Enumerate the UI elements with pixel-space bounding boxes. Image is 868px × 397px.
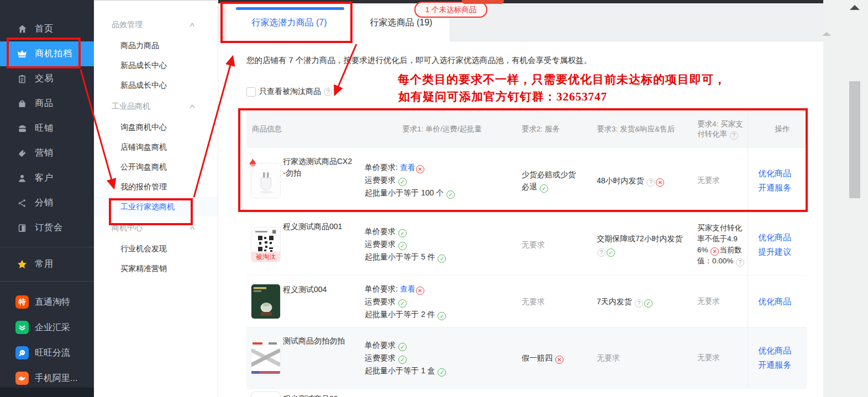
product-info-cell: 程义测试商品00	[246, 389, 358, 397]
annotation-note-line1: 每个类目的要求不一样，只需要优化目前未达标的项目即可，	[398, 72, 726, 87]
star-icon	[17, 259, 28, 270]
column-header: 要求3: 发货&响应&售后	[596, 110, 695, 148]
fail-icon: ✕	[555, 356, 564, 364]
submenu-item[interactable]: 我的报价管理	[94, 177, 218, 197]
suggestion-link[interactable]: 提升建议	[758, 245, 807, 259]
help-icon[interactable]: ?	[597, 248, 606, 257]
sidebar-app-taote[interactable]: 特直通淘特	[0, 289, 94, 315]
tab-potential-products[interactable]: 行家选潜力商品 (7)	[227, 4, 352, 41]
sidebar-divider	[0, 247, 94, 247]
optimize-product-link[interactable]: 优化商品	[758, 343, 807, 358]
sidebar-item-door[interactable]: 订货会	[0, 215, 94, 240]
filter-label: 只查看被淘汰商品	[259, 87, 321, 97]
hot-badge-icon: HOT	[248, 158, 257, 170]
view-link[interactable]: 查看	[400, 163, 415, 172]
submenu-item[interactable]: 工业行家选商机	[94, 197, 218, 216]
help-icon[interactable]: ?	[646, 178, 655, 187]
req-text: 单价要求:	[365, 284, 400, 293]
pass-icon: ✓	[644, 299, 653, 308]
fail-icon: ✕	[711, 247, 719, 256]
huicai-app-icon	[15, 321, 29, 334]
content-scroll-up-icon[interactable]	[822, 32, 831, 36]
door-icon	[17, 223, 28, 234]
tab-bar: 行家选潜力商品 (7) 行家选商品 (19)	[218, 3, 823, 41]
optimize-product-link[interactable]: 优化商品	[758, 166, 807, 181]
view-link[interactable]: 查看	[400, 284, 415, 293]
sidebar-item-label: 商机拍档	[35, 48, 72, 60]
submenu-item[interactable]: 新品成长中心	[94, 75, 218, 95]
req-content: 买家支付转化率不低于4.96% ✕当前数值：0.00% ?	[697, 223, 748, 267]
table-row: 测试商品勿拍勿拍单价要求 ✓运费要求 ✓起批量小于等于 1 盒 ✓假一赔四 ✕无…	[246, 327, 807, 389]
product-title: 程义测试商品00	[283, 393, 354, 397]
annotation-bubble-text: 1 个未达标商品	[425, 5, 476, 15]
sidebar-item-shop[interactable]: 旺铺	[0, 116, 94, 141]
req-text: 无要求	[522, 240, 545, 249]
open-service-link[interactable]: 开通服务	[758, 181, 807, 195]
products-table: 商品信息要求1: 单价/运费/起批量要求2: 服务要求3: 发货&响应&售后要求…	[246, 110, 807, 397]
req3-cell: 7天内发货 ?✓	[596, 276, 695, 327]
submenu-item[interactable]: 买家精准营销	[94, 258, 218, 278]
product-title: 行家选测试商品CX2-勿拍	[283, 156, 354, 179]
submenu-item[interactable]: 商品力商品	[94, 35, 218, 55]
sidebar-item-home[interactable]: 首页	[0, 17, 94, 41]
submenu-section-title[interactable]: 商机中心∧	[94, 216, 218, 239]
pass-icon: ✓	[438, 368, 446, 377]
submenu-item[interactable]: 公开询盘商机	[94, 157, 218, 177]
sidebar-item-share[interactable]: 分销	[0, 190, 94, 215]
bag-icon	[17, 98, 28, 109]
req-line: 运费要求 ✓	[365, 174, 519, 187]
open-service-link[interactable]: 开通服务	[758, 358, 807, 372]
eliminated-badge: 被淘汰	[251, 252, 280, 262]
req1-cell: 单价要求 ✓运费要求 ✓起批量小于等于 5 件 ✓	[358, 213, 519, 276]
req-text: 单价要求	[365, 341, 398, 350]
submenu-section-title[interactable]: 品效管理∧	[94, 13, 218, 35]
sidebar-item-user[interactable]: 客户	[0, 166, 94, 190]
sidebar-app-label: 直通淘特	[35, 297, 70, 308]
help-icon[interactable]: ?	[324, 88, 332, 96]
help-icon[interactable]: ?	[635, 299, 643, 308]
submenu-item[interactable]: 行业机会发现	[94, 239, 218, 258]
req1-cell: 单价要求 ✓运费要求 ✓起批量小于等于 1 盒 ✓	[358, 327, 519, 388]
chevron-up-icon: ∧	[189, 216, 196, 239]
req-content: 无要求	[522, 295, 577, 308]
req1-cell: 单价要求: 查看✕运费要求 ✓起批量小于等于 100 个 ✓	[358, 148, 519, 213]
sidebar-item-pinned[interactable]: 常用	[0, 252, 94, 277]
table-header: 商品信息要求1: 单价/运费/起批量要求2: 服务要求3: 发货&响应&售后要求…	[246, 110, 807, 148]
actions-cell: 优化商品开通服务	[748, 148, 807, 213]
wangwang-app-icon	[15, 346, 29, 359]
req-text: 起批量小于等于 1 盒	[365, 366, 437, 375]
svg-text:HOT: HOT	[250, 163, 256, 166]
req-text: 无要求	[597, 353, 620, 362]
submenu-item[interactable]: 询盘商机中心	[94, 117, 218, 137]
optimize-product-link[interactable]: 优化商品	[758, 230, 807, 245]
req-text: 起批量小于等于 5 件	[365, 252, 437, 261]
column-header-label: 要求1: 单价/运费/起批量	[402, 124, 482, 134]
filter-checkbox[interactable]	[246, 87, 256, 97]
scrollbar-thumb[interactable]	[849, 81, 860, 198]
crown-icon	[17, 49, 28, 60]
sidebar-app-label: 手机阿里...	[35, 373, 77, 384]
req-text: 运费要求	[365, 176, 398, 184]
help-icon[interactable]: ?	[730, 131, 738, 140]
sidebar-item-clipboard[interactable]: 交易	[0, 66, 94, 91]
help-icon[interactable]: ?	[736, 258, 744, 267]
sidebar-app-huicai[interactable]: 企业汇采	[0, 315, 94, 340]
column-header-label: 要求2: 服务	[522, 124, 560, 134]
req-text: 起批量小于等于 2 件	[365, 310, 437, 319]
req-text: 少货必赔或少货必退	[522, 170, 576, 191]
sidebar-item-tag[interactable]: 营销	[0, 141, 94, 166]
sidebar-item-bag[interactable]: 商品	[0, 91, 94, 116]
submenu-section-title[interactable]: 工业品商机∧	[94, 95, 218, 117]
product-title: 测试商品勿拍勿拍	[283, 335, 354, 347]
submenu-item[interactable]: 新品成长中心	[94, 55, 218, 75]
submenu-item[interactable]: 店铺询盘商机	[94, 137, 218, 157]
sidebar-app-wangwang[interactable]: 旺旺分流	[0, 340, 94, 366]
req-content: 48小时内发货 ?✕	[597, 174, 683, 187]
req4-cell: 无要求	[695, 276, 748, 327]
sidebar-item-crown[interactable]: 商机拍档	[0, 41, 94, 66]
optimize-product-link[interactable]: 优化商品	[758, 294, 807, 309]
scroll-to-top-icon[interactable]	[850, 5, 860, 10]
sidebar-item-label: 旺铺	[35, 123, 54, 134]
req4-cell: 买家支付转化率不低于4.96% ✕当前数值：0.00% ?	[695, 213, 748, 276]
req-content: 交期保障或72小时内发货 ?✓	[597, 232, 683, 257]
